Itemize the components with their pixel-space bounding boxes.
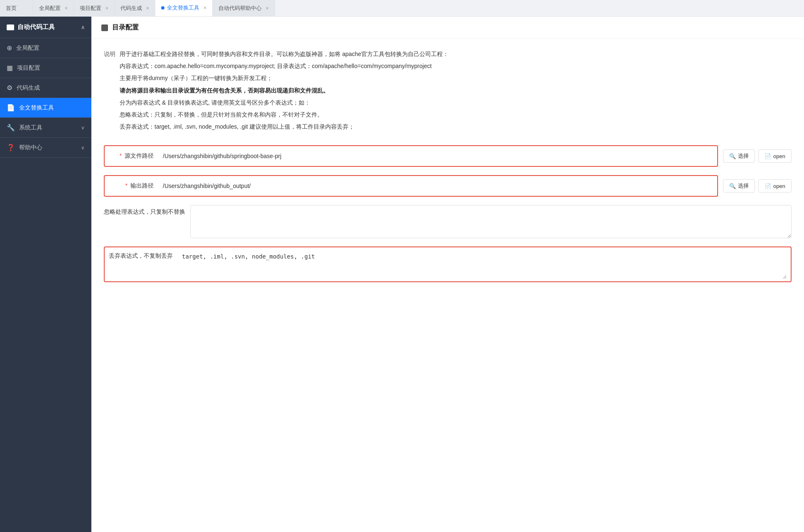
output-required-star: * — [125, 182, 127, 189]
output-path-highlight: * 输出路径 — [104, 175, 718, 197]
desc-content: 用于进行基础工程全路径替换，可同时替换内容和文件目录。可以称为盗版神器，如将 a… — [120, 49, 792, 134]
sidebar-icon-system-tools: 🔧 — [7, 124, 15, 132]
desc-line-4: 分为内容表达式 & 目录转换表达式, 请使用英文逗号区分多个表达式；如： — [120, 98, 792, 108]
sidebar-item-code-gen[interactable]: ⚙代码生成 — [0, 78, 91, 98]
file-icon: 📄 — [765, 153, 771, 159]
sidebar-label-help: 帮助中心 — [19, 144, 77, 151]
tab-home[interactable]: 首页 — [0, 0, 33, 16]
tab-close-code-gen[interactable]: × — [146, 5, 149, 11]
page-header: 目录配置 — [91, 17, 804, 39]
sidebar-title: 自动代码工具 — [17, 23, 55, 31]
page-title: 目录配置 — [112, 23, 139, 32]
content-area: 目录配置 说明 用于进行基础工程全路径替换，可同时替换内容和文件目录。可以称为盗… — [91, 17, 804, 532]
sidebar-label-system-tools: 系统工具 — [19, 124, 77, 132]
tab-label-full-replace: 全文替换工具 — [167, 4, 199, 12]
sidebar-label-code-gen: 代码生成 — [17, 84, 85, 92]
sidebar: 自动代码工具 ∧ ⊕全局配置▦项目配置⚙代码生成📄全文替换工具🔧系统工具∨❓帮助… — [0, 17, 91, 532]
output-path-actions: 🔍 选择 📄 open — [723, 179, 792, 193]
search-icon-2: 🔍 — [729, 183, 736, 189]
sidebar-label-project-config: 项目配置 — [17, 64, 85, 72]
ignore-row: 忽略处理表达式，只复制不替换 — [104, 205, 792, 238]
tab-close-full-replace[interactable]: × — [203, 5, 206, 11]
main-layout: 自动代码工具 ∧ ⊕全局配置▦项目配置⚙代码生成📄全文替换工具🔧系统工具∨❓帮助… — [0, 17, 804, 532]
tab-label-help-center: 自动代码帮助中心 — [218, 5, 262, 12]
sidebar-icon-code-gen: ⚙ — [7, 84, 12, 92]
sidebar-item-project-config[interactable]: ▦项目配置 — [0, 58, 91, 78]
tab-label-home: 首页 — [6, 5, 17, 12]
sidebar-icon-project-config: ▦ — [7, 64, 13, 72]
page-header-icon — [101, 24, 108, 31]
source-required-star: * — [120, 152, 122, 159]
tab-dot-full-replace — [161, 6, 164, 10]
source-path-label: * 源文件路径 — [109, 152, 159, 160]
ignore-textarea[interactable] — [190, 205, 792, 238]
file-icon-2: 📄 — [765, 183, 771, 189]
sidebar-chevron-system-tools: ∨ — [81, 125, 85, 131]
sidebar-item-help[interactable]: ❓帮助中心∨ — [0, 138, 91, 158]
source-select-button[interactable]: 🔍 选择 — [723, 149, 755, 163]
source-path-actions: 🔍 选择 📄 open — [723, 149, 792, 163]
sidebar-chevron-help: ∨ — [81, 145, 85, 151]
sidebar-label-full-replace: 全文替换工具 — [19, 104, 85, 112]
tab-global-config[interactable]: 全局配置× — [33, 0, 74, 16]
desc-label: 说明 — [104, 49, 115, 134]
discard-label: 丢弃表达式，不复制丢弃 — [109, 250, 178, 260]
desc-line-0: 用于进行基础工程全路径替换，可同时替换内容和文件目录。可以称为盗版神器，如将 a… — [120, 49, 792, 59]
output-path-input[interactable] — [159, 178, 713, 193]
tab-close-project-config[interactable]: × — [105, 5, 108, 11]
description-section: 说明 用于进行基础工程全路径替换，可同时替换内容和文件目录。可以称为盗版神器，如… — [104, 49, 792, 134]
desc-line-2: 主要用于将dummy（呆子）工程的一键转换为新开发工程； — [120, 73, 792, 83]
source-path-row: * 源文件路径 🔍 选择 📄 open — [104, 145, 792, 167]
discard-textarea[interactable] — [178, 250, 787, 279]
form-section: * 源文件路径 🔍 选择 📄 open — [104, 145, 792, 282]
output-path-label: * 输出路径 — [109, 182, 159, 190]
source-path-highlight: * 源文件路径 — [104, 145, 718, 167]
tab-label-project-config: 项目配置 — [80, 5, 101, 12]
sidebar-item-system-tools[interactable]: 🔧系统工具∨ — [0, 118, 91, 138]
output-path-row: * 输出路径 🔍 选择 📄 open — [104, 175, 792, 197]
discard-row: 丢弃表达式，不复制丢弃 — [104, 246, 792, 282]
desc-line-5: 忽略表达式：只复制，不替换，但是只针对当前文件名和内容，不针对子文件。 — [120, 110, 792, 120]
sidebar-label-global-config: 全局配置 — [16, 44, 85, 52]
tab-code-gen[interactable]: 代码生成× — [115, 0, 155, 16]
sidebar-icon-help: ❓ — [7, 144, 15, 151]
search-icon: 🔍 — [729, 153, 736, 159]
tab-full-replace[interactable]: 全文替换工具× — [155, 0, 213, 16]
sidebar-collapse-icon[interactable]: ∧ — [81, 24, 85, 30]
source-path-input[interactable] — [159, 149, 713, 164]
output-open-button[interactable]: 📄 open — [758, 179, 792, 193]
source-open-button[interactable]: 📄 open — [758, 149, 792, 163]
discard-highlight: 丢弃表达式，不复制丢弃 — [104, 246, 792, 282]
tab-close-global-config[interactable]: × — [65, 5, 68, 11]
tab-close-help-center[interactable]: × — [266, 5, 269, 11]
tab-project-config[interactable]: 项目配置× — [74, 0, 115, 16]
tab-bar: 首页全局配置×项目配置×代码生成×全文替换工具×自动代码帮助中心× — [0, 0, 804, 17]
output-select-button[interactable]: 🔍 选择 — [723, 179, 755, 193]
desc-line-1: 内容表达式：com.apache.hello=com.mycompany.myp… — [120, 61, 792, 71]
desc-row-main: 说明 用于进行基础工程全路径替换，可同时替换内容和文件目录。可以称为盗版神器，如… — [104, 49, 792, 134]
sidebar-header-icon — [7, 24, 14, 30]
sidebar-icon-full-replace: 📄 — [7, 104, 15, 112]
sidebar-header[interactable]: 自动代码工具 ∧ — [0, 17, 91, 38]
content-body: 说明 用于进行基础工程全路径替换，可同时替换内容和文件目录。可以称为盗版神器，如… — [91, 39, 804, 300]
sidebar-icon-global-config: ⊕ — [7, 44, 12, 52]
ignore-label: 忽略处理表达式，只复制不替换 — [104, 205, 190, 216]
desc-line-3: 请勿将源目录和输出目录设置为有任何包含关系，否则容易出现递归和文件混乱。 — [120, 85, 792, 96]
sidebar-item-global-config[interactable]: ⊕全局配置 — [0, 38, 91, 58]
tab-label-global-config: 全局配置 — [39, 5, 61, 12]
desc-line-6: 丢弃表达式：target, .iml, .svn, node_modules, … — [120, 122, 792, 132]
sidebar-item-full-replace[interactable]: 📄全文替换工具 — [0, 98, 91, 118]
tab-label-code-gen: 代码生成 — [120, 5, 142, 12]
tab-help-center[interactable]: 自动代码帮助中心× — [213, 0, 275, 16]
